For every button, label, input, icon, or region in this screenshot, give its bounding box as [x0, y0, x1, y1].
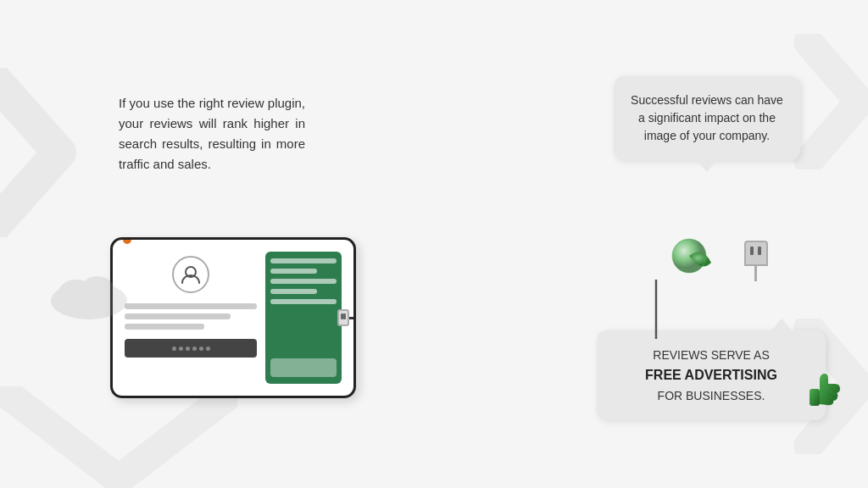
avatar-icon — [172, 256, 209, 293]
cloud-decoration — [47, 263, 131, 322]
svg-rect-6 — [810, 389, 820, 406]
svg-point-3 — [81, 276, 114, 303]
bubble-bottom: REVIEWS SERVE AS FREE ADVERTISING FOR BU… — [597, 330, 826, 420]
plug-icon — [741, 241, 771, 283]
bubble-bottom-highlight: FREE ADVERTISING — [615, 364, 807, 386]
device-connector — [337, 309, 356, 326]
bubble-bottom-line2: FOR BUSINESSES. — [615, 386, 807, 405]
bg-chevron-right-top — [792, 34, 868, 169]
bubble-top: Successful reviews can have a significan… — [614, 76, 800, 160]
device-green-panel — [265, 252, 342, 384]
green-sphere-icon — [670, 237, 720, 286]
icons-row — [670, 237, 771, 286]
left-description-text: If you use the right review plugin, your… — [119, 93, 305, 175]
device-illustration — [110, 237, 364, 407]
thumbs-up-icon — [803, 365, 849, 412]
bg-chevron-left — [0, 68, 76, 237]
bubble-bottom-line1: REVIEWS SERVE AS — [615, 346, 807, 364]
